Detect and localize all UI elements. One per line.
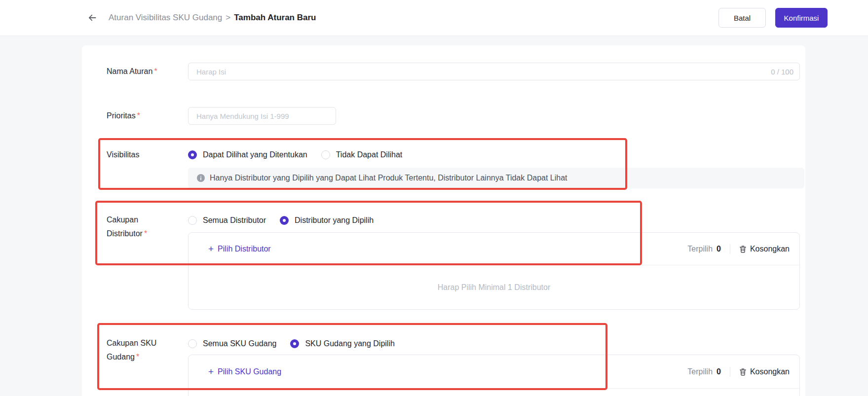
kosongkan-label: Kosongkan [750, 245, 790, 253]
prioritas-input[interactable] [188, 107, 336, 125]
pilih-distributor-button[interactable]: + Pilih Distributor [208, 244, 271, 253]
kosongkan-label: Kosongkan [750, 367, 790, 376]
cancel-button[interactable]: Batal [718, 8, 766, 28]
plus-icon: + [208, 367, 214, 376]
plus-icon: + [208, 244, 214, 253]
vertical-divider [730, 244, 730, 254]
radio-option-semua-sku[interactable]: Semua SKU Gudang [188, 339, 276, 348]
cakupan-distributor-options: Semua Distributor Distributor yang Dipil… [188, 215, 800, 226]
required-asterisk: * [137, 111, 140, 120]
radio-option-dapat-dilihat[interactable]: Dapat Dilihat yang Ditentukan [188, 150, 307, 159]
radio-option-sku-dipilih[interactable]: SKU Gudang yang Dipilih [290, 339, 394, 348]
radio-selected-icon[interactable] [290, 339, 299, 348]
sku-selection-panel: + Pilih SKU Gudang Terpilih 0 Kosongkan [188, 355, 800, 396]
radio-option-distributor-dipilih[interactable]: Distributor yang Dipilih [280, 216, 374, 225]
pilih-distributor-label: Pilih Distributor [218, 245, 271, 253]
radio-option-label: Distributor yang Dipilih [295, 216, 374, 225]
visibilitas-info-bar: Hanya Distributor yang Dipilih yang Dapa… [188, 168, 804, 188]
visibilitas-label: Visibilitas [107, 148, 190, 162]
terpilih-label: Terpilih [687, 367, 713, 376]
label-text: Prioritas [107, 111, 136, 120]
nama-aturan-input-wrap: 0 / 100 [188, 63, 800, 80]
nama-aturan-label: Nama Aturan* [107, 65, 190, 78]
label-text: Visibilitas [107, 150, 139, 159]
cakupan-sku-label: Cakupan SKU Gudang* [107, 336, 165, 364]
radio-selected-icon[interactable] [280, 216, 289, 225]
radio-option-semua-distributor[interactable]: Semua Distributor [188, 216, 266, 225]
radio-option-label: Semua SKU Gudang [203, 339, 276, 348]
radio-option-label: Dapat Dilihat yang Ditentukan [203, 150, 307, 159]
required-asterisk: * [154, 67, 157, 75]
cakupan-sku-options: Semua SKU Gudang SKU Gudang yang Dipilih [188, 338, 800, 349]
confirm-button[interactable]: Konfirmasi [775, 8, 828, 28]
radio-unselected-icon[interactable] [188, 339, 197, 348]
distributor-selection-panel: + Pilih Distributor Terpilih 0 Kosongkan [188, 232, 800, 310]
breadcrumb: Aturan Visibilitas SKU Gudang > Tambah A… [109, 13, 316, 23]
sku-panel-header: + Pilih SKU Gudang Terpilih 0 Kosongkan [189, 355, 799, 389]
radio-option-label: Semua Distributor [203, 216, 266, 225]
info-icon [197, 174, 205, 182]
terpilih-count: 0 [717, 367, 721, 376]
char-counter: 0 / 100 [771, 68, 793, 76]
prioritas-field [188, 107, 800, 125]
visibilitas-info-text: Hanya Distributor yang Dipilih yang Dapa… [210, 174, 567, 182]
required-asterisk: * [136, 353, 139, 361]
breadcrumb-separator: > [226, 13, 230, 23]
nama-aturan-field: 0 / 100 [188, 63, 800, 80]
trash-icon [739, 368, 747, 376]
back-arrow-icon [87, 12, 98, 23]
radio-selected-icon[interactable] [188, 150, 197, 159]
field-cakupan-sku-gudang: Cakupan SKU Gudang* Semua SKU Gudang SKU… [82, 338, 805, 396]
radio-unselected-icon[interactable] [321, 150, 330, 159]
prioritas-label: Prioritas* [107, 109, 190, 123]
terpilih-count: 0 [717, 245, 721, 253]
required-asterisk: * [144, 229, 147, 238]
kosongkan-distributor-button[interactable]: Kosongkan [739, 245, 790, 253]
distributor-empty-text: Harap Pilih Minimal 1 Distributor [438, 283, 551, 292]
radio-option-label: SKU Gudang yang Dipilih [305, 339, 394, 348]
back-button[interactable] [87, 12, 98, 23]
terpilih-label: Terpilih [687, 245, 713, 253]
distributor-panel-header: + Pilih Distributor Terpilih 0 Kosongkan [189, 233, 799, 265]
sku-panel-actions: Terpilih 0 Kosongkan [687, 367, 790, 377]
page-title: Tambah Aturan Baru [234, 13, 316, 23]
kosongkan-sku-button[interactable]: Kosongkan [739, 367, 790, 376]
trash-icon [739, 245, 747, 253]
radio-option-label: Tidak Dapat Dilihat [336, 150, 403, 159]
nama-aturan-input[interactable] [188, 63, 800, 80]
vertical-divider [730, 367, 730, 377]
form-card: Nama Aturan* 0 / 100 Prioritas* Visibili… [82, 45, 805, 396]
page-header: Aturan Visibilitas SKU Gudang > Tambah A… [0, 0, 868, 36]
radio-option-tidak-dapat-dilihat[interactable]: Tidak Dapat Dilihat [321, 150, 403, 159]
visibilitas-radio-row: Dapat Dilihat yang Ditentukan Tidak Dapa… [188, 149, 800, 160]
radio-unselected-icon[interactable] [188, 216, 197, 225]
field-cakupan-distributor: Cakupan Distributor* Semua Distributor D… [82, 215, 805, 314]
pilih-sku-gudang-button[interactable]: + Pilih SKU Gudang [208, 367, 281, 376]
distributor-empty-state: Harap Pilih Minimal 1 Distributor [189, 265, 799, 310]
label-text: Cakupan Distributor [107, 216, 143, 238]
pilih-sku-gudang-label: Pilih SKU Gudang [218, 367, 281, 376]
breadcrumb-parent[interactable]: Aturan Visibilitas SKU Gudang [109, 13, 222, 23]
distributor-radio-row: Semua Distributor Distributor yang Dipil… [188, 215, 800, 226]
cakupan-distributor-label: Cakupan Distributor* [107, 213, 165, 241]
label-text: Cakupan SKU Gudang [107, 339, 156, 361]
visibilitas-options: Dapat Dilihat yang Ditentukan Tidak Dapa… [188, 149, 800, 160]
distributor-panel-actions: Terpilih 0 Kosongkan [687, 244, 790, 254]
field-visibilitas: Visibilitas Dapat Dilihat yang Ditentuka… [82, 149, 805, 189]
label-text: Nama Aturan [107, 67, 152, 75]
page-body: Nama Aturan* 0 / 100 Prioritas* Visibili… [0, 36, 868, 396]
header-actions: Batal Konfirmasi [718, 8, 828, 28]
sku-radio-row: Semua SKU Gudang SKU Gudang yang Dipilih [188, 338, 800, 349]
